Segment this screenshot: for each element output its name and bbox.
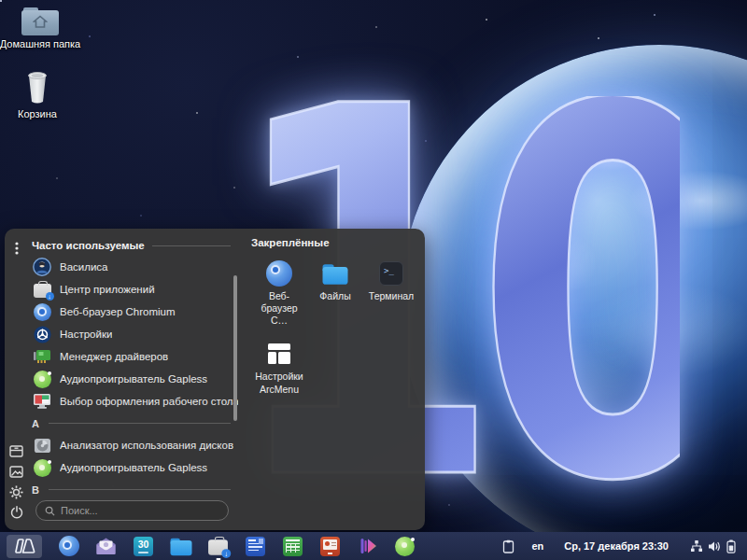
pinned-item-chromium[interactable]: Веб-браузер C… [251, 258, 307, 329]
menu-sidebar [5, 229, 28, 530]
pinned-item-arcmenu-settings[interactable]: Настройки ArcMenu [251, 338, 307, 397]
folder-icon [170, 539, 191, 555]
driver-manager-icon [33, 347, 51, 366]
chromium-icon [59, 536, 79, 556]
menu-item-gapless[interactable]: Аудиопроигрыватель Gapless [30, 368, 238, 390]
house-glyph [33, 15, 48, 29]
taskbar-files[interactable] [170, 536, 191, 557]
section-letter-a: А [32, 413, 231, 433]
gapless-icon [33, 370, 51, 388]
battery-icon[interactable] [725, 536, 738, 557]
arcmenu-panel: Часто используемые Василиса ↓ Цент [5, 229, 425, 530]
desktop-icon-trash[interactable]: Корзина [0, 68, 78, 119]
power-button[interactable] [7, 502, 27, 523]
picture-icon [9, 466, 23, 478]
taskbar-writer[interactable] [245, 536, 266, 557]
gear-icon [9, 485, 23, 499]
user-avatar-icon [33, 258, 51, 276]
taskbar-mail[interactable] [95, 536, 117, 557]
power-icon [10, 506, 23, 519]
system-tray: en Ср, 17 декабря 23:30 [500, 536, 747, 557]
theme-chooser-icon [33, 392, 51, 411]
pictures-shortcut-button[interactable] [7, 461, 27, 482]
terminal-icon: >_ [377, 259, 405, 287]
menu-item-vasilisa[interactable]: Василиса [30, 256, 238, 278]
pinned-item-files[interactable]: Файлы [307, 258, 363, 329]
pinned-item-terminal[interactable]: >_ Терминал [363, 258, 419, 329]
arcmenu-settings-icon [265, 340, 293, 368]
desktop-icon-label: Домашняя папка [0, 38, 80, 49]
calendar-day: 30 [134, 539, 153, 550]
taskbar-media-player[interactable] [357, 536, 378, 557]
taskbar-calc[interactable] [282, 536, 303, 557]
menu-item-settings[interactable]: Настройки [30, 323, 238, 345]
files-icon [321, 259, 349, 287]
frequent-section-header: Часто используемые [32, 237, 231, 254]
menu-item-disk-analyzer[interactable]: Анализатор использования дисков [30, 434, 238, 456]
volume-icon[interactable] [706, 536, 723, 557]
menu-dots-icon[interactable] [7, 238, 27, 259]
taskbar-calendar[interactable]: 30 [133, 536, 154, 557]
briefcase-download-icon: ↓ [208, 539, 228, 555]
menu-item-app-center[interactable]: ↓ Центр приложений [30, 278, 238, 301]
pinned-section-header: Закреплённые [251, 237, 419, 254]
search-input[interactable]: Поиск... [35, 500, 229, 521]
taskbar-chromium[interactable] [58, 536, 79, 557]
menu-item-gapless-2[interactable]: Аудиопроигрыватель Gapless [30, 456, 238, 479]
section-letter-b: В [32, 480, 231, 499]
menu-item-chromium[interactable]: Веб-браузер Chromium [30, 301, 238, 323]
chromium-icon [33, 302, 51, 321]
calendar-icon: 30 [134, 537, 153, 556]
menu-item-theme-chooser[interactable]: Выбор оформления рабочего стола [30, 390, 238, 413]
network-icon[interactable] [689, 536, 704, 557]
settings-shortcut-button[interactable] [7, 482, 27, 502]
documents-shortcut-button[interactable] [7, 441, 27, 461]
desktop-icon-home[interactable]: Домашняя папка [0, 7, 80, 49]
running-indicator [216, 558, 220, 560]
clipboard-tray-icon[interactable] [500, 536, 515, 557]
taskbar-app-center[interactable]: ↓ [207, 536, 229, 557]
stars [0, 0, 2, 2]
arcmenu-icon [13, 539, 35, 553]
taskbar: 30 ↓ [0, 532, 747, 560]
chromium-icon [265, 259, 293, 287]
keyboard-layout-indicator[interactable]: en [531, 540, 543, 552]
settings-icon [33, 325, 51, 343]
menu-scrollbar[interactable] [233, 275, 237, 421]
mail-icon [95, 537, 117, 555]
disk-analyzer-icon [33, 436, 51, 455]
trash-icon [19, 68, 56, 105]
clock[interactable]: Ср, 17 декабря 23:30 [564, 540, 669, 552]
impress-presentation-icon [320, 537, 340, 556]
drawer-icon [9, 445, 23, 457]
desktop-screen: 10 Домашняя папка Корз [0, 0, 747, 560]
search-icon [45, 506, 55, 516]
arcmenu-button[interactable] [7, 535, 42, 558]
desktop-icon-label: Корзина [18, 108, 57, 119]
media-play-icon [358, 536, 378, 556]
search-placeholder: Поиск... [61, 505, 98, 516]
pinned-section: Закреплённые Веб-браузер C… Файлы >_ Т [238, 229, 425, 530]
calc-spreadsheet-icon [283, 537, 303, 556]
menu-app-list: Часто используемые Василиса ↓ Цент [28, 229, 238, 530]
taskbar-gapless[interactable] [394, 536, 416, 557]
app-center-icon: ↓ [33, 280, 51, 299]
writer-doc-icon [246, 537, 265, 556]
vinyl-icon [395, 537, 415, 556]
home-folder-icon [21, 7, 59, 35]
gapless-icon [33, 458, 51, 477]
menu-item-driver-manager[interactable]: Менеджер драйверов [30, 345, 238, 368]
taskbar-impress[interactable] [319, 536, 341, 557]
